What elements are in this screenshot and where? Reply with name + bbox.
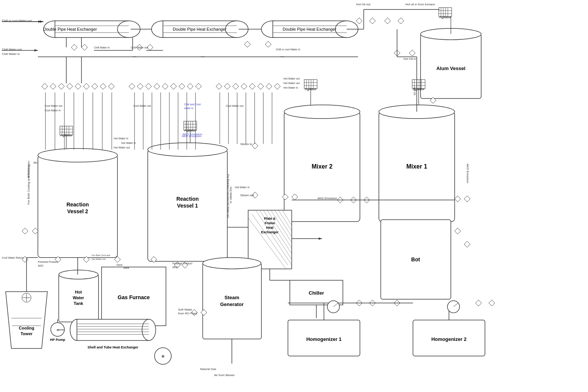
label-chill-cool-in2: water in [184,107,194,109]
hwt-label3: Tank [74,301,84,306]
sthe-right [142,319,156,340]
label-hw-in-mixer2: Hot Water in [229,187,233,203]
label-hot-water-out1: Hot Water out [114,146,130,149]
hwt-label1: Hot [75,290,82,294]
label-chill-cool-in3: Chill or cool Water in [276,48,300,51]
hwt-label2: Water [73,295,84,300]
rv2-label2: Vessel 2 [67,208,88,214]
ct-label1: Cooling [19,326,34,330]
steam-gen-label2: Generator [220,301,244,307]
mixer1-label: Mixer 1 [406,163,427,170]
label-air-blower: Air from Blower [214,373,235,377]
chiller-label: Chiller [309,290,324,296]
label-steam-in: Steam in [240,142,252,146]
label-steam-out: Steam out [240,194,254,197]
diagram-svg: Double Pipe Heat Exchanger Double Pipe H… [0,0,588,392]
label-hot-water-in1: Hot Water in [114,137,128,140]
label-hw-out2: Hot Water out [283,82,300,84]
label-natural-gas: Natural Gas [200,367,216,371]
label-hot-oil-furnace: Hot oil in from furnace [405,3,435,6]
label-vent: Vent [123,266,130,270]
pfhe-label2: Frame [264,221,275,225]
label-reaction-water: For Reaction Cool and Hot Water out [227,174,230,218]
steam-gen-top [203,258,261,269]
rv1-label: Reaction [176,196,199,202]
label-cool-water-ret: Cool Water Return [2,256,24,259]
label-akd-emulsion3: AKD Emulsion [317,197,337,200]
mixer2-top [284,105,360,119]
pfhe-label1: Plate & [264,217,276,220]
hom2-label: Homogenizer 2 [431,336,466,342]
label-cool-water-out1: Cool Water out [45,105,62,107]
label-akd-emulsion4: AKD Emulsion [466,164,469,183]
process-flow-diagram: Double Pipe Heat Exchanger Double Pipe H… [0,0,588,392]
gas-furnace-label: Gas Furnace [118,294,150,300]
pfhe-label3: Heat [266,226,274,230]
label-akd-rv1: AKD Emulsion [183,133,202,136]
label-both-water-out: For Both Cool and [92,254,110,256]
label-cool-water-out2: Cool Water out [133,105,151,107]
sthe-label: Shell and Tube Heat Exchanger [88,345,138,349]
sthe-body [77,319,149,340]
label-fp-akd1b: AKD [38,264,43,267]
alum-vessel-label: Alum Vessel [436,66,466,71]
label-soft-water: Soft Water [178,308,192,311]
label-cool-water-out3: Cool Water out [226,105,243,107]
label-hot-oil-in: Hot Oil in [403,57,416,61]
label-fp-akd2b: AKD [172,266,178,269]
steam-gen-label1: Steam [224,295,239,300]
pfhe-label4: Exchanger [261,230,279,234]
he1-label: Double Pipe Heat Exchanger [43,27,97,31]
label-chill-in1: Chill Water in [94,46,109,49]
label-vent: Vent [116,263,123,267]
rv2-top [38,148,117,162]
rv1-label2: Vessel 1 [177,203,198,209]
hom1-label: Homogenizer 1 [306,336,341,342]
label-cool-water-in1: Cool Water in [45,109,61,112]
label-hw-out1: Hot Water out [283,77,300,80]
he3-label: Double Pipe Heat Exchanger [283,27,336,31]
mixer2-label: Mixer 2 [311,163,332,170]
rv2-label: Reaction [66,201,89,208]
he2-label: Double Pipe Heat Exchanger [173,27,227,31]
label-fp-akd1: Finished Product [38,261,58,263]
label-hot-water-in-rv1: Hot Water in [235,186,250,189]
label-hot-oil-v: Hot Oil [413,87,416,95]
label-both-water-out2: Hot Water out [92,258,106,260]
hp-pump-label: HP Pump [50,338,65,342]
hwt-top [59,270,98,279]
label-hot-oil-out: Hot Oil out [356,3,371,6]
steam-gen-body [203,263,261,339]
label-akd-emulsion5: AKD Emulsion [27,161,30,178]
ct-label2: Tower [20,331,33,336]
label-hot-water-in2: Hot Water in [121,142,136,144]
label-chill-cool-in: Chill and Cool [184,103,201,106]
bot-label: Bot [411,256,420,262]
label-hw-in1: Hot Water in [283,86,298,89]
rv1-top [148,143,227,156]
pump2-symbol: ⊕ [161,354,164,358]
label-chill-out1: Chill Water out [131,46,148,49]
label-soft-water2: from RO Plant [178,312,197,315]
label-fp-akd2: Finished Product [172,262,192,265]
label-chill-water-in: Chill Water in [2,52,20,56]
